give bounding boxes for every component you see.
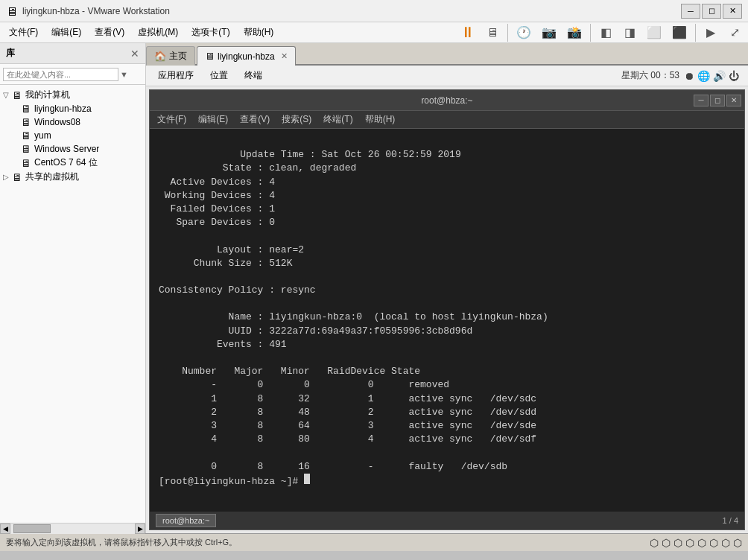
volume-icon[interactable]: 🔊 [713, 70, 726, 82]
right-area: 🏠 主页 🖥 liyingkun-hbza ✕ 应用程序 位置 终端 星期六 0… [146, 43, 748, 533]
submenu-location[interactable]: 位置 [203, 68, 235, 83]
h-scroll-thumb[interactable] [13, 524, 51, 533]
sidebar-h-scrollbar[interactable]: ◀ ▶ [0, 523, 145, 533]
terminal-title-text: root@hbza:~ [421, 95, 472, 106]
vm-icon-1: 🖥 [21, 103, 31, 115]
vm-icon-4: 🖥 [21, 143, 31, 155]
toolbar-btn-11[interactable]: ⤢ [724, 22, 745, 43]
title-bar: 🖥 liyingkun-hbza - VMware Workstation ─ … [0, 0, 748, 22]
tab-home[interactable]: 🏠 主页 [146, 46, 195, 66]
toolbar-btn-10[interactable]: ▶ [700, 22, 721, 43]
terminal-restore-btn[interactable]: ◻ [710, 95, 725, 106]
sidebar: 库 ✕ ▼ ▽ 🖥 我的计算机 🖥 liyingkun-hbza 🖥 Windo… [0, 43, 146, 533]
menu-bar: 文件(F) 编辑(E) 查看(V) 虚拟机(M) 选项卡(T) 帮助(H) ⏸ … [0, 22, 748, 43]
terminal-menu-file[interactable]: 文件(F) [154, 112, 189, 127]
minimize-button[interactable]: ─ [681, 4, 700, 19]
status-icon-6[interactable]: ⬡ [709, 537, 718, 549]
tab-close-icon[interactable]: ✕ [281, 51, 288, 61]
main-layout: 库 ✕ ▼ ▽ 🖥 我的计算机 🖥 liyingkun-hbza 🖥 Windo… [0, 43, 748, 533]
tab-vm[interactable]: 🖥 liyingkun-hbza ✕ [197, 46, 296, 66]
submenu-apps[interactable]: 应用程序 [150, 68, 201, 83]
cursor [304, 474, 310, 484]
sidebar-item-yum[interactable]: 🖥 yum [0, 129, 145, 142]
h-scroll-track [10, 524, 135, 534]
close-button[interactable]: ✕ [723, 4, 742, 19]
system-tray: ⏺ 🌐 🔊 ⏻ [684, 70, 739, 82]
scroll-right-btn[interactable]: ▶ [135, 524, 145, 534]
search-input[interactable] [3, 68, 118, 81]
status-icon-5[interactable]: ⬡ [697, 537, 706, 549]
restore-button[interactable]: ◻ [702, 4, 721, 19]
sidebar-item-windows08[interactable]: 🖥 Windows08 [0, 115, 145, 129]
terminal-title-bar: root@hbza:~ ─ ◻ ✕ [150, 90, 744, 111]
tab-bar: 🏠 主页 🖥 liyingkun-hbza ✕ [146, 43, 748, 66]
record-icon[interactable]: ⏺ [684, 70, 694, 82]
toolbar-btn-9[interactable]: ⬛ [668, 22, 691, 43]
status-icon-4[interactable]: ⬡ [685, 537, 694, 549]
status-bar: 要将输入定向到该虚拟机，请将鼠标指针移入其中或按 Ctrl+G。 ⬡ ⬡ ⬡ ⬡… [0, 533, 748, 551]
sidebar-item-windows-server[interactable]: 🖥 Windows Server [0, 142, 145, 156]
expand-icon: ▽ [3, 91, 10, 99]
terminal-menu-view[interactable]: 查看(V) [237, 112, 273, 127]
shared-icon: 🖥 [12, 171, 22, 183]
terminal-minimize-btn[interactable]: ─ [694, 95, 709, 106]
vm-icon-5: 🖥 [21, 157, 31, 169]
toolbar-btn-5[interactable]: 📸 [563, 22, 586, 43]
sidebar-item-label-6: 共享的虚拟机 [25, 171, 79, 183]
expand-icon-7: ▷ [3, 173, 10, 181]
menu-tab[interactable]: 选项卡(T) [186, 24, 235, 41]
sidebar-item-liyingkun[interactable]: 🖥 liyingkun-hbza [0, 102, 145, 115]
status-icon-7[interactable]: ⬡ [721, 537, 730, 549]
vm-icon-3: 🖥 [21, 130, 31, 141]
submenu-terminal[interactable]: 终端 [237, 68, 270, 83]
sidebar-item-centos[interactable]: 🖥 CentOS 7 64 位 [0, 156, 145, 170]
terminal-bottom-bar: root@hbza:~ 1 / 4 [150, 512, 744, 529]
terminal-tab-label: root@hbza:~ [162, 516, 209, 525]
terminal-menu-edit[interactable]: 编辑(E) [195, 112, 231, 127]
terminal-close-btn[interactable]: ✕ [726, 95, 741, 106]
sidebar-item-label-3: yum [34, 130, 51, 141]
status-icon-1[interactable]: ⬡ [650, 537, 659, 549]
terminal-menu-help[interactable]: 帮助(H) [362, 112, 399, 127]
tab-home-label: 主页 [169, 50, 187, 63]
status-icon-2[interactable]: ⬡ [662, 537, 671, 549]
sidebar-close-button[interactable]: ✕ [130, 48, 139, 60]
menu-edit[interactable]: 编辑(E) [45, 24, 87, 41]
sidebar-search-bar: ▼ [0, 64, 145, 85]
menu-vm[interactable]: 虚拟机(M) [132, 24, 184, 41]
sidebar-item-label-1: liyingkun-hbza [34, 104, 92, 114]
sidebar-item-shared-vms[interactable]: ▷ 🖥 共享的虚拟机 [0, 170, 145, 184]
home-tab-icon: 🏠 [154, 51, 166, 62]
computer-icon: 🖥 [12, 89, 22, 101]
status-icon-3[interactable]: ⬡ [673, 537, 682, 549]
toolbar-btn-6[interactable]: ◧ [595, 22, 616, 43]
menu-view[interactable]: 查看(V) [89, 24, 130, 41]
time-display: 星期六 00：53 ⏺ 🌐 🔊 ⏻ [621, 69, 744, 82]
network-icon[interactable]: 🌐 [697, 70, 710, 82]
tree-area: ▽ 🖥 我的计算机 🖥 liyingkun-hbza 🖥 Windows08 🖥… [0, 85, 145, 523]
terminal-window: root@hbza:~ ─ ◻ ✕ 文件(F) 编辑(E) 查看(V) 搜索(S… [149, 89, 745, 530]
terminal-menu-search[interactable]: 搜索(S) [279, 112, 314, 127]
app-icon: 🖥 [6, 5, 18, 17]
search-dropdown-icon[interactable]: ▼ [120, 70, 128, 79]
terminal-menu-terminal[interactable]: 终端(T) [320, 112, 355, 127]
terminal-tab-btn[interactable]: root@hbza:~ [156, 514, 216, 527]
pause-button[interactable]: ⏸ [457, 22, 479, 43]
terminal-content: Update Time : Sat Oct 26 00:52:59 2019 S… [159, 149, 548, 487]
toolbar-btn-7[interactable]: ◨ [619, 22, 640, 43]
status-icon-8[interactable]: ⬡ [733, 537, 742, 549]
scroll-left-btn[interactable]: ◀ [0, 524, 10, 534]
menu-help[interactable]: 帮助(H) [238, 24, 280, 41]
toolbar-btn-8[interactable]: ⬜ [643, 22, 665, 43]
power-icon[interactable]: ⏻ [729, 70, 739, 82]
terminal-menu-bar: 文件(F) 编辑(E) 查看(V) 搜索(S) 终端(T) 帮助(H) [150, 111, 744, 129]
toolbar-btn-3[interactable]: 🕐 [513, 22, 535, 43]
toolbar-separator [507, 24, 508, 42]
menu-file[interactable]: 文件(F) [3, 24, 44, 41]
toolbar-separator-3 [695, 24, 696, 42]
sidebar-item-my-computer[interactable]: ▽ 🖥 我的计算机 [0, 88, 145, 102]
toolbar-btn-2[interactable]: 🖥 [482, 22, 503, 43]
tab-vm-label: liyingkun-hbza [218, 51, 275, 62]
toolbar-btn-4[interactable]: 📷 [538, 22, 560, 43]
terminal-body[interactable]: Update Time : Sat Oct 26 00:52:59 2019 S… [150, 129, 744, 512]
